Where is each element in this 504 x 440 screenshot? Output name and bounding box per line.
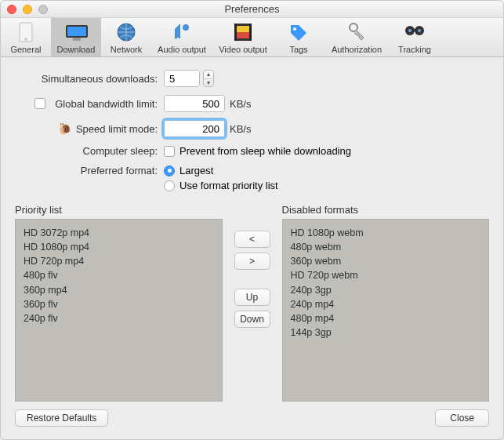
global-bandwidth-label: Global bandwidth limit: [55, 98, 158, 110]
prevent-sleep-text: Prevent from sleep while downloading [179, 145, 351, 157]
list-item[interactable]: 360p flv [24, 297, 214, 311]
priority-list[interactable]: HD 3072p mp4HD 1080p mp4HD 720p mp4480p … [15, 219, 223, 402]
list-item[interactable]: 240p 3gp [291, 283, 481, 297]
svg-rect-3 [67, 27, 86, 36]
svg-point-18 [408, 29, 412, 32]
titlebar: Preferences [1, 1, 503, 18]
list-item[interactable]: 144p 3gp [291, 325, 481, 340]
list-item[interactable]: 480p flv [24, 268, 214, 282]
snail-icon: 🐌 [58, 122, 71, 135]
authorization-icon [344, 21, 369, 43]
format-largest-text: Largest [179, 165, 213, 176]
format-priority-text: Use format priority list [179, 180, 278, 191]
tab-video-output[interactable]: Video output [212, 18, 274, 56]
tab-tracking[interactable]: Tracking [390, 18, 440, 56]
format-priority-radio[interactable] [164, 180, 175, 191]
list-item[interactable]: 480p mp4 [291, 311, 481, 325]
global-bandwidth-input[interactable] [164, 95, 225, 112]
move-down-button[interactable]: Down [234, 311, 270, 328]
zoom-window-button [38, 5, 48, 14]
move-right-button[interactable]: > [234, 253, 270, 270]
list-item[interactable]: 360p webm [291, 254, 481, 268]
simultaneous-stepper[interactable]: ▴▾ [203, 70, 214, 87]
svg-rect-12 [249, 24, 252, 41]
format-largest-radio[interactable] [164, 165, 175, 176]
download-icon [63, 21, 89, 43]
svg-point-19 [418, 29, 421, 32]
tab-authorization[interactable]: Authorization [324, 18, 390, 56]
video-icon [230, 21, 256, 43]
priority-list-title: Priority list [15, 204, 223, 216]
speed-limit-input[interactable] [164, 120, 225, 137]
svg-rect-10 [237, 32, 249, 38]
svg-rect-17 [413, 29, 416, 31]
tab-download[interactable]: Download [51, 18, 101, 56]
list-item[interactable]: HD 1080p mp4 [24, 240, 214, 254]
list-item[interactable]: 240p mp4 [291, 297, 481, 311]
unit-label: KB/s [230, 98, 251, 110]
disabled-list-title: Disabled formats [282, 204, 490, 216]
svg-rect-11 [234, 24, 237, 41]
list-item[interactable]: HD 1080p webm [291, 226, 481, 240]
svg-rect-4 [73, 38, 81, 41]
minimize-window-button[interactable] [23, 5, 32, 14]
list-item[interactable]: HD 720p mp4 [24, 254, 214, 268]
network-icon [114, 21, 139, 43]
window-title: Preferences [224, 3, 279, 15]
svg-rect-1 [24, 38, 27, 41]
computer-sleep-label: Computer sleep: [15, 145, 164, 157]
simultaneous-input[interactable] [164, 70, 200, 87]
move-up-button[interactable]: Up [234, 289, 270, 306]
toolbar: General Download Network Audio output Vi… [1, 18, 503, 57]
restore-defaults-button[interactable]: Restore Defaults [15, 409, 108, 427]
move-left-button[interactable]: < [234, 231, 270, 248]
preferred-format-label: Preferred format: [15, 165, 164, 176]
list-item[interactable]: 240p flv [24, 311, 214, 325]
simultaneous-label: Simultaneous downloads: [15, 73, 164, 85]
svg-point-6 [183, 24, 189, 31]
list-item[interactable]: 360p mp4 [24, 283, 214, 297]
list-item[interactable]: 480p webm [291, 240, 481, 254]
tab-audio-output[interactable]: Audio output [151, 18, 212, 56]
svg-point-13 [293, 27, 296, 31]
close-window-button[interactable] [7, 5, 16, 14]
tab-tags[interactable]: Tags [274, 18, 324, 56]
global-bandwidth-checkbox[interactable] [34, 98, 45, 109]
svg-rect-9 [237, 26, 249, 32]
tags-icon [286, 21, 311, 43]
svg-rect-7 [179, 24, 180, 38]
prevent-sleep-checkbox[interactable] [164, 146, 175, 157]
unit-label: KB/s [230, 123, 251, 135]
tracking-icon [402, 21, 427, 43]
list-item[interactable]: HD 3072p mp4 [24, 226, 214, 240]
speed-limit-label: Speed limit mode: [76, 123, 158, 135]
close-button[interactable]: Close [435, 409, 489, 427]
disabled-list[interactable]: HD 1080p webm480p webm360p webmHD 720p w… [282, 219, 490, 402]
tab-network[interactable]: Network [101, 18, 151, 56]
list-item[interactable]: HD 720p webm [291, 268, 481, 282]
general-icon [13, 21, 38, 43]
audio-icon [169, 21, 194, 43]
tab-general[interactable]: General [1, 18, 51, 56]
